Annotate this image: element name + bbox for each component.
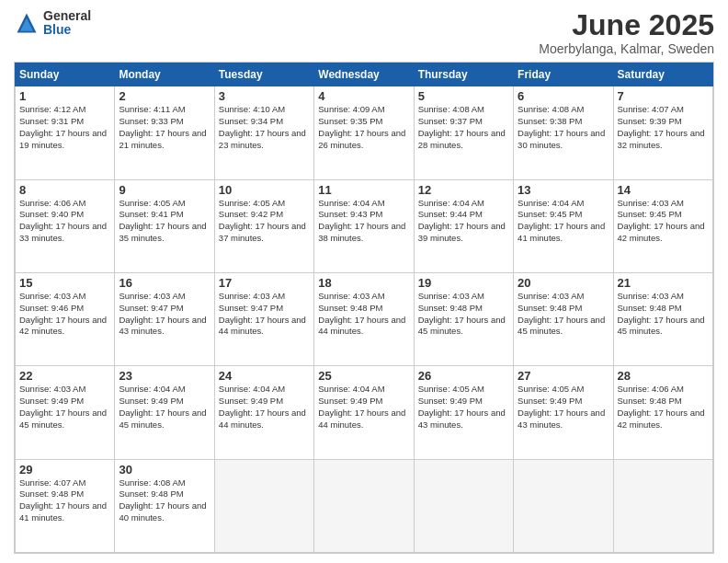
page: General Blue June 2025 Moerbylanga, Kalm… (0, 0, 728, 563)
day-number: 19 (418, 276, 509, 290)
calendar-cell: 16Sunrise: 4:03 AM Sunset: 9:47 PM Dayli… (115, 272, 214, 365)
day-number: 15 (19, 276, 110, 290)
day-number: 30 (119, 463, 210, 477)
day-number: 25 (318, 369, 409, 383)
calendar-cell (314, 459, 414, 552)
calendar-cell: 19Sunrise: 4:03 AM Sunset: 9:48 PM Dayli… (414, 272, 513, 365)
day-info: Sunrise: 4:04 AM Sunset: 9:49 PM Dayligh… (119, 384, 210, 431)
day-number: 7 (618, 89, 709, 103)
day-number: 28 (618, 369, 709, 383)
day-info: Sunrise: 4:10 AM Sunset: 9:34 PM Dayligh… (219, 104, 310, 151)
day-number: 3 (219, 89, 310, 103)
week-row-5: 29Sunrise: 4:07 AM Sunset: 9:48 PM Dayli… (16, 459, 713, 552)
day-number: 24 (219, 369, 310, 383)
day-number: 1 (19, 89, 110, 103)
day-info: Sunrise: 4:04 AM Sunset: 9:45 PM Dayligh… (518, 198, 609, 245)
day-number: 8 (19, 183, 110, 197)
day-number: 27 (518, 369, 609, 383)
calendar-cell: 17Sunrise: 4:03 AM Sunset: 9:47 PM Dayli… (214, 272, 313, 365)
day-info: Sunrise: 4:03 AM Sunset: 9:48 PM Dayligh… (618, 291, 709, 338)
day-info: Sunrise: 4:05 AM Sunset: 9:41 PM Dayligh… (119, 198, 210, 245)
calendar-cell: 12Sunrise: 4:04 AM Sunset: 9:44 PM Dayli… (414, 179, 513, 272)
day-info: Sunrise: 4:05 AM Sunset: 9:49 PM Dayligh… (518, 384, 609, 431)
calendar-cell: 4Sunrise: 4:09 AM Sunset: 9:35 PM Daylig… (314, 86, 414, 179)
day-number: 9 (119, 183, 210, 197)
calendar-cell: 6Sunrise: 4:08 AM Sunset: 9:38 PM Daylig… (514, 86, 613, 179)
logo: General Blue (14, 9, 91, 38)
day-info: Sunrise: 4:03 AM Sunset: 9:47 PM Dayligh… (119, 291, 210, 338)
calendar-table: SundayMondayTuesdayWednesdayThursdayFrid… (15, 63, 713, 553)
day-number: 16 (119, 276, 210, 290)
calendar-cell: 1Sunrise: 4:12 AM Sunset: 9:31 PM Daylig… (16, 86, 115, 179)
calendar-cell: 8Sunrise: 4:06 AM Sunset: 9:40 PM Daylig… (16, 179, 115, 272)
day-info: Sunrise: 4:03 AM Sunset: 9:46 PM Dayligh… (19, 291, 110, 338)
day-number: 23 (119, 369, 210, 383)
day-header-sunday: Sunday (16, 63, 115, 86)
calendar-cell: 25Sunrise: 4:04 AM Sunset: 9:49 PM Dayli… (314, 366, 414, 459)
month-title: June 2025 (539, 9, 714, 41)
day-header-thursday: Thursday (414, 63, 513, 86)
calendar-cell: 21Sunrise: 4:03 AM Sunset: 9:48 PM Dayli… (613, 272, 712, 365)
day-info: Sunrise: 4:03 AM Sunset: 9:48 PM Dayligh… (318, 291, 409, 338)
day-info: Sunrise: 4:03 AM Sunset: 9:48 PM Dayligh… (518, 291, 609, 338)
calendar-cell: 20Sunrise: 4:03 AM Sunset: 9:48 PM Dayli… (514, 272, 613, 365)
calendar-cell (214, 459, 313, 552)
logo-text: General Blue (43, 9, 91, 38)
calendar-cell: 28Sunrise: 4:06 AM Sunset: 9:48 PM Dayli… (613, 366, 712, 459)
day-info: Sunrise: 4:08 AM Sunset: 9:48 PM Dayligh… (119, 477, 210, 524)
day-number: 20 (518, 276, 609, 290)
day-info: Sunrise: 4:09 AM Sunset: 9:35 PM Dayligh… (318, 104, 409, 151)
day-number: 6 (518, 89, 609, 103)
calendar-cell: 13Sunrise: 4:04 AM Sunset: 9:45 PM Dayli… (514, 179, 613, 272)
calendar-cell: 11Sunrise: 4:04 AM Sunset: 9:43 PM Dayli… (314, 179, 414, 272)
logo-general-text: General (43, 9, 91, 23)
calendar-cell (514, 459, 613, 552)
day-info: Sunrise: 4:04 AM Sunset: 9:44 PM Dayligh… (418, 198, 509, 245)
day-info: Sunrise: 4:05 AM Sunset: 9:49 PM Dayligh… (418, 384, 509, 431)
day-info: Sunrise: 4:06 AM Sunset: 9:40 PM Dayligh… (19, 198, 110, 245)
location: Moerbylanga, Kalmar, Sweden (539, 41, 714, 56)
day-number: 12 (418, 183, 509, 197)
day-number: 13 (518, 183, 609, 197)
day-info: Sunrise: 4:05 AM Sunset: 9:42 PM Dayligh… (219, 198, 310, 245)
day-info: Sunrise: 4:07 AM Sunset: 9:39 PM Dayligh… (618, 104, 709, 151)
calendar-cell: 26Sunrise: 4:05 AM Sunset: 9:49 PM Dayli… (414, 366, 513, 459)
calendar-cell (613, 459, 712, 552)
day-info: Sunrise: 4:06 AM Sunset: 9:48 PM Dayligh… (618, 384, 709, 431)
week-row-2: 8Sunrise: 4:06 AM Sunset: 9:40 PM Daylig… (16, 179, 713, 272)
day-info: Sunrise: 4:07 AM Sunset: 9:48 PM Dayligh… (19, 477, 110, 524)
day-header-friday: Friday (514, 63, 613, 86)
calendar-cell: 29Sunrise: 4:07 AM Sunset: 9:48 PM Dayli… (16, 459, 115, 552)
calendar-cell: 7Sunrise: 4:07 AM Sunset: 9:39 PM Daylig… (613, 86, 712, 179)
calendar-cell: 24Sunrise: 4:04 AM Sunset: 9:49 PM Dayli… (214, 366, 313, 459)
calendar-cell: 27Sunrise: 4:05 AM Sunset: 9:49 PM Dayli… (514, 366, 613, 459)
calendar-cell: 18Sunrise: 4:03 AM Sunset: 9:48 PM Dayli… (314, 272, 414, 365)
day-info: Sunrise: 4:03 AM Sunset: 9:45 PM Dayligh… (618, 198, 709, 245)
day-number: 26 (418, 369, 509, 383)
week-row-3: 15Sunrise: 4:03 AM Sunset: 9:46 PM Dayli… (16, 272, 713, 365)
calendar-cell: 10Sunrise: 4:05 AM Sunset: 9:42 PM Dayli… (214, 179, 313, 272)
day-header-saturday: Saturday (613, 63, 712, 86)
calendar-cell: 22Sunrise: 4:03 AM Sunset: 9:49 PM Dayli… (16, 366, 115, 459)
calendar: SundayMondayTuesdayWednesdayThursdayFrid… (14, 62, 714, 554)
calendar-cell (414, 459, 513, 552)
day-info: Sunrise: 4:03 AM Sunset: 9:49 PM Dayligh… (19, 384, 110, 431)
day-number: 11 (318, 183, 409, 197)
calendar-cell: 23Sunrise: 4:04 AM Sunset: 9:49 PM Dayli… (115, 366, 214, 459)
day-header-wednesday: Wednesday (314, 63, 414, 86)
day-info: Sunrise: 4:11 AM Sunset: 9:33 PM Dayligh… (119, 104, 210, 151)
day-info: Sunrise: 4:04 AM Sunset: 9:49 PM Dayligh… (219, 384, 310, 431)
day-number: 14 (618, 183, 709, 197)
calendar-cell: 9Sunrise: 4:05 AM Sunset: 9:41 PM Daylig… (115, 179, 214, 272)
calendar-cell: 5Sunrise: 4:08 AM Sunset: 9:37 PM Daylig… (414, 86, 513, 179)
day-number: 22 (19, 369, 110, 383)
calendar-header: SundayMondayTuesdayWednesdayThursdayFrid… (16, 63, 713, 86)
calendar-cell: 2Sunrise: 4:11 AM Sunset: 9:33 PM Daylig… (115, 86, 214, 179)
calendar-cell: 30Sunrise: 4:08 AM Sunset: 9:48 PM Dayli… (115, 459, 214, 552)
day-number: 4 (318, 89, 409, 103)
day-info: Sunrise: 4:08 AM Sunset: 9:38 PM Dayligh… (518, 104, 609, 151)
day-info: Sunrise: 4:04 AM Sunset: 9:43 PM Dayligh… (318, 198, 409, 245)
day-info: Sunrise: 4:03 AM Sunset: 9:48 PM Dayligh… (418, 291, 509, 338)
day-number: 5 (418, 89, 509, 103)
logo-blue-text: Blue (43, 23, 91, 37)
